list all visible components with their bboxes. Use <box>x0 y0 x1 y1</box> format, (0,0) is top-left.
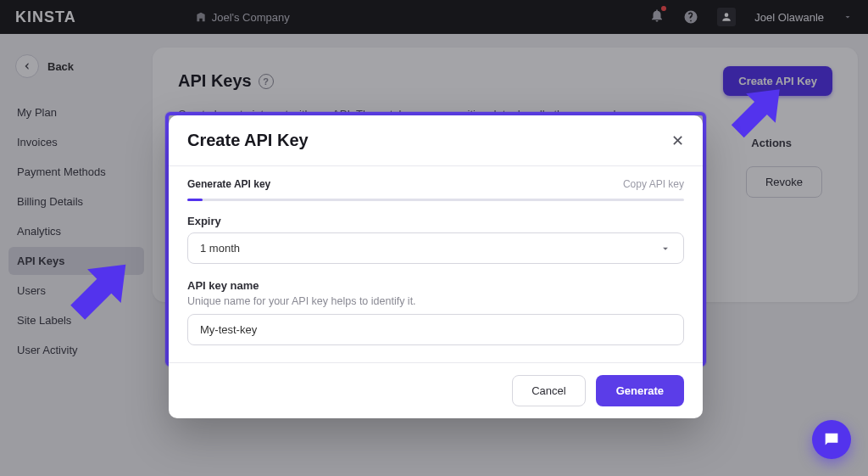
generate-button[interactable]: Generate <box>596 375 684 406</box>
expiry-label: Expiry <box>187 215 684 227</box>
step-copy: Copy API key <box>623 178 684 190</box>
modal-title: Create API Key <box>187 131 309 150</box>
create-api-key-modal: Create API Key ✕ Generate API key Copy A… <box>169 115 703 418</box>
chat-icon <box>822 430 841 449</box>
chevron-down-icon <box>659 243 671 255</box>
expiry-value: 1 month <box>200 242 240 255</box>
api-key-name-input[interactable] <box>187 314 684 345</box>
close-button[interactable]: ✕ <box>671 133 684 148</box>
close-icon: ✕ <box>671 132 684 149</box>
step-generate[interactable]: Generate API key <box>187 178 270 190</box>
expiry-select[interactable]: 1 month <box>187 232 684 264</box>
chat-launcher[interactable] <box>812 420 851 459</box>
cancel-button[interactable]: Cancel <box>512 375 585 406</box>
name-label: API key name <box>187 279 684 292</box>
name-hint: Unique name for your API key helps to id… <box>187 295 684 307</box>
step-progress <box>187 199 684 201</box>
